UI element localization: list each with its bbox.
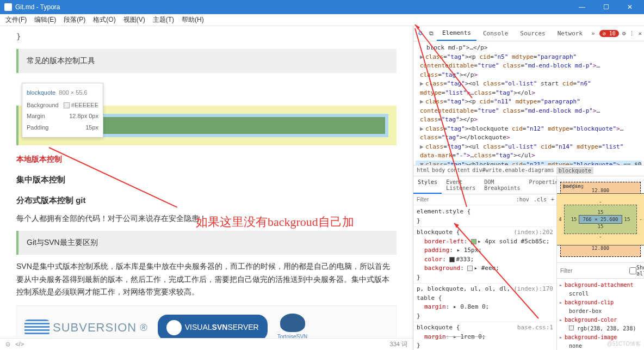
maximize-button[interactable]: ☐ [596, 3, 616, 11]
styles-tab[interactable]: DOM Breakpoints [480, 176, 524, 194]
menu-item[interactable]: 视图(V) [123, 15, 145, 24]
element-inspector-tooltip: blockquote 800 × 55.6 Background #EEEEEE… [22, 83, 103, 138]
watermark: @51CTO博客 [607, 340, 641, 348]
dom-node[interactable]: block md-p">…</p> [416, 44, 642, 53]
menu-item[interactable]: 帮助(H) [182, 15, 204, 24]
css-rule[interactable]: blockquote {(index):202border-left: ▸ 4p… [413, 227, 556, 284]
dom-node[interactable]: ▶class="tag"><p cid="n11" mdtype="paragr… [416, 97, 642, 125]
blockquote-tools[interactable]: 常见的版本控制工具 [16, 49, 397, 73]
dom-tree[interactable]: block md-p">…</p>▶class="tag"><p cid="n5… [413, 41, 644, 165]
styles-tab[interactable]: Properties [525, 176, 557, 194]
heading-distributed: 分布式版本控制 git [16, 193, 397, 207]
crumb[interactable]: content [447, 167, 470, 174]
devtools-tabs: ⯐ ⧉ ElementsConsoleSourcesNetwork » ⊘ 10… [413, 26, 644, 41]
kebab-icon[interactable]: ⋮ [629, 30, 635, 37]
paragraph: SVN是集中式版本控制系统，版本库是集中放在中央服务器的，而工作的时候，用的都是… [16, 260, 397, 299]
styles-tabs: StylesEvent ListenersDOM BreakpointsProp… [413, 176, 556, 194]
add-rule-icon[interactable]: + [549, 197, 556, 202]
device-icon[interactable]: ⧉ [427, 28, 436, 39]
app-icon [4, 3, 12, 11]
blockquote-diff[interactable]: Git与SVN最主要区别 [16, 231, 397, 255]
statusbar: ⊙ </> 334 词 [0, 338, 413, 350]
error-badge[interactable]: ⊘ 10 [599, 30, 619, 37]
code-brace: } [16, 30, 397, 44]
devtools-tab[interactable]: Elements [437, 26, 476, 41]
logo-visualsvn: VISUALSVNSERVER [158, 315, 268, 341]
css-rule[interactable]: blockquote {base.css:1margin: ▸ 1rem 0;} [413, 322, 556, 350]
computed-filter-input[interactable] [560, 268, 629, 274]
close-button[interactable]: ✕ [620, 3, 640, 11]
devtools-pane[interactable]: ⯐ ⧉ ElementsConsoleSourcesNetwork » ⊘ 10… [413, 26, 644, 350]
css-rule[interactable]: element.style {} [413, 206, 556, 227]
heading-central: 集中版本控制 [16, 173, 397, 187]
logo-tortoisesvn: TortoiseSVN [277, 314, 308, 341]
computed-list[interactable]: ▸background-attachmentscroll▸background-… [557, 279, 644, 350]
showall-checkbox[interactable] [629, 267, 636, 274]
crumb[interactable]: body [432, 167, 445, 174]
crumb[interactable]: html [417, 167, 430, 174]
css-rule[interactable]: p, blockquote, ul, ol, dl, table {(index… [413, 284, 556, 322]
more-tabs-icon[interactable]: » [589, 30, 597, 37]
minimize-button[interactable]: — [572, 3, 592, 11]
inspect-icon[interactable]: ⯐ [416, 28, 426, 39]
editor-pane[interactable]: } 常见的版本控制工具 blockquote 800 × 55.6 Backgr… [0, 26, 413, 350]
window-titlebar: Git.md - Typora — ☐ ✕ [0, 0, 644, 14]
styles-filter-input[interactable] [413, 194, 514, 205]
hov-toggle[interactable]: :hov [514, 197, 531, 202]
word-count[interactable]: 334 词 [390, 340, 407, 348]
computed-row[interactable]: ▸background-color rgb(238, 238, 238) [559, 316, 642, 333]
crumb[interactable]: div#write.enable-diagrams [472, 167, 554, 174]
dom-node[interactable]: ▼class="tag"><blockquote cid="n21" mdtyp… [416, 161, 642, 165]
menubar: 文件(F)编辑(E)段落(P)格式(O)视图(V)主题(T)帮助(H) [0, 14, 644, 26]
menu-item[interactable]: 格式(O) [93, 15, 115, 24]
computed-row[interactable]: ▸background-clipborder-box [559, 298, 642, 316]
crumb[interactable]: blockquote [556, 167, 593, 174]
box-model: margin12.800 - border- 4 padding15 15 76… [557, 176, 644, 262]
dom-node[interactable]: ▶class="tag"><blockquote cid="n12" mdtyp… [416, 125, 642, 143]
menu-item[interactable]: 文件(F) [5, 15, 27, 24]
dom-node[interactable]: ▶class="tag"><ul class="ul-list" cid="n1… [416, 143, 642, 161]
cls-toggle[interactable]: .cls [531, 197, 549, 202]
styles-tab[interactable]: Event Listeners [442, 176, 480, 194]
close-devtools-icon[interactable]: ✕ [638, 30, 642, 37]
styles-tab[interactable]: Styles [413, 176, 442, 194]
devtools-tab[interactable]: Sources [515, 27, 550, 40]
menu-item[interactable]: 编辑(E) [34, 15, 56, 24]
breadcrumb[interactable]: htmlbodycontentdiv#write.enable-diagrams… [413, 165, 644, 176]
devtools-tab[interactable]: Console [478, 27, 513, 40]
devtools-tab[interactable]: Network [552, 27, 588, 40]
computed-row[interactable]: ▸background-attachmentscroll [559, 281, 642, 298]
menu-item[interactable]: 段落(P) [64, 15, 85, 24]
outline-toggle-icon[interactable]: ⊙ </> [5, 341, 24, 348]
dom-node[interactable]: ▶class="tag"><ol class="ol-list" start c… [416, 79, 642, 97]
settings-icon[interactable]: ⚙ [622, 30, 626, 37]
logo-subversion: SUBVERSION® [24, 317, 148, 337]
window-title: Git.md - Typora [15, 3, 60, 11]
css-rules[interactable]: element.style {}blockquote {(index):202b… [413, 205, 556, 350]
menu-item[interactable]: 主题(T) [153, 15, 174, 24]
dom-node[interactable]: ▶class="tag"><p cid="n5" mdtype="paragra… [416, 53, 642, 80]
annotation-text: 如果这里没有backgroud自己加 [196, 214, 354, 230]
